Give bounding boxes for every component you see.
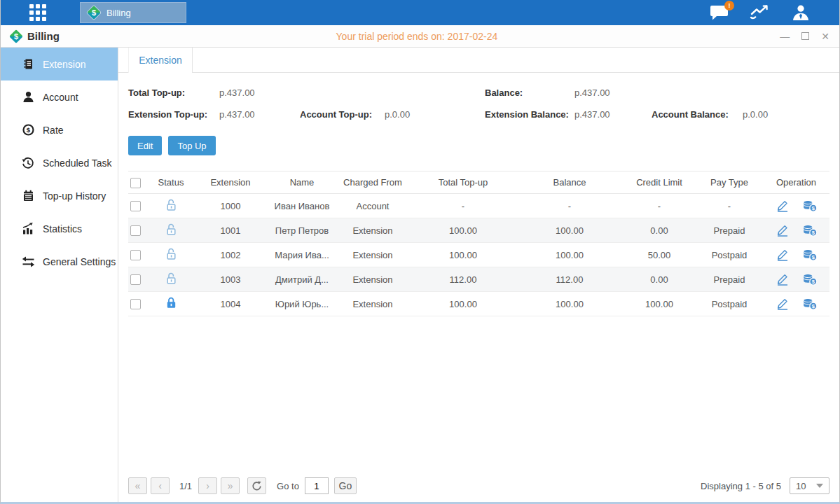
operation-cell: $ xyxy=(763,298,829,310)
titlebar: $ Billing Your trial period ends on: 201… xyxy=(1,25,839,48)
next-page-icon: › xyxy=(206,480,209,491)
refresh-button[interactable] xyxy=(247,477,266,494)
extension-topup-value: p.437.00 xyxy=(219,109,300,120)
name-cell: Дмитрий Д... xyxy=(268,274,336,285)
extension-cell: 1002 xyxy=(193,250,268,260)
navbar-right-icons: ! xyxy=(710,4,810,21)
sidebar-item-extension[interactable]: Extension xyxy=(1,48,118,80)
next-page-button[interactable]: › xyxy=(198,477,217,494)
table-row[interactable]: 1001 Петр Петров Extension 100.00 100.00… xyxy=(128,218,829,243)
status-locked-icon xyxy=(165,296,178,309)
main-panel: Extension Total Top-up: p.437.00 Extensi… xyxy=(118,48,839,502)
status-cell xyxy=(149,296,193,312)
goto-page-input[interactable] xyxy=(305,477,329,494)
total-topup-cell: 100.00 xyxy=(410,299,516,309)
col-operation: Operation xyxy=(763,177,829,188)
topup-icon[interactable]: $ xyxy=(802,224,818,237)
tab-extension[interactable]: Extension xyxy=(128,48,193,73)
go-button[interactable]: Go xyxy=(334,477,357,494)
extension-cell: 1001 xyxy=(193,225,268,236)
top-up-button[interactable]: Top Up xyxy=(168,136,215,155)
monitor-chart-icon[interactable] xyxy=(750,4,771,21)
close-icon[interactable]: ✕ xyxy=(821,31,829,41)
extension-cell: 1004 xyxy=(193,299,268,309)
navbar-tab-label: Billing xyxy=(106,8,131,18)
edit-icon[interactable] xyxy=(776,248,790,261)
topup-icon[interactable]: $ xyxy=(802,248,818,261)
extension-balance-value: p.437.00 xyxy=(574,109,652,120)
balance-value: p.437.00 xyxy=(574,88,652,98)
first-page-button[interactable]: « xyxy=(128,477,147,494)
edit-icon[interactable] xyxy=(776,200,790,212)
rate-icon: $ xyxy=(21,124,35,136)
last-page-icon: » xyxy=(228,480,233,491)
chevron-down-icon xyxy=(816,484,823,488)
row-checkbox[interactable] xyxy=(130,201,141,211)
extensions-table: Status Extension Name Charged From Total… xyxy=(128,171,829,316)
row-checkbox[interactable] xyxy=(130,250,141,260)
table-row[interactable]: 1000 Иван Иванов Account - - - - $ xyxy=(128,194,829,218)
pay-type-cell: Postpaid xyxy=(696,250,763,260)
extension-topup-label: Extension Top-up: xyxy=(128,109,219,120)
topup-icon[interactable]: $ xyxy=(802,200,818,212)
apps-grid-icon[interactable] xyxy=(29,4,47,22)
credit-limit-cell: 100.00 xyxy=(623,299,696,309)
operation-cell: $ xyxy=(763,200,829,212)
status-unlocked-icon xyxy=(165,223,178,236)
credit-limit-cell: 50.00 xyxy=(623,250,696,260)
goto-label: Go to xyxy=(277,481,299,491)
topup-icon[interactable]: $ xyxy=(802,298,818,310)
pay-type-cell: Prepaid xyxy=(696,225,763,236)
col-total-topup: Total Top-up xyxy=(410,177,516,188)
total-topup-cell: 100.00 xyxy=(410,225,516,236)
pagination-bar: « ‹ 1/1 › » Go to Go Display xyxy=(128,470,829,502)
table-header: Status Extension Name Charged From Total… xyxy=(128,171,829,194)
balance-label: Balance: xyxy=(485,88,574,98)
page-size-select[interactable]: 10 xyxy=(790,477,829,494)
col-name: Name xyxy=(268,177,336,188)
status-unlocked-icon xyxy=(165,272,178,285)
operation-cell: $ xyxy=(763,224,829,237)
sidebar-item-label: Scheduled Task xyxy=(43,158,112,169)
topup-history-icon xyxy=(21,190,35,202)
topup-icon[interactable]: $ xyxy=(802,273,818,286)
table-row[interactable]: 1004 Юрий Юрь... Extension 100.00 100.00… xyxy=(128,292,829,316)
col-charged-from: Charged From xyxy=(336,177,410,188)
action-buttons: Edit Top Up xyxy=(128,136,829,155)
row-checkbox[interactable] xyxy=(130,225,141,236)
status-cell xyxy=(149,198,193,214)
row-checkbox[interactable] xyxy=(130,274,141,285)
sidebar-item-label: General Settings xyxy=(43,256,116,267)
sidebar-item-topup-history[interactable]: Top-up History xyxy=(1,179,118,212)
sidebar-item-account[interactable]: Account xyxy=(1,80,118,113)
sidebar-item-scheduled-task[interactable]: Scheduled Task xyxy=(1,146,118,179)
extension-balance-label: Extension Balance: xyxy=(485,109,574,120)
billing-app-window: $ Billing ! xyxy=(0,0,840,504)
last-page-button[interactable]: » xyxy=(221,477,240,494)
edit-icon[interactable] xyxy=(776,224,790,237)
charged-from-cell: Extension xyxy=(336,274,410,285)
messages-icon[interactable]: ! xyxy=(710,5,729,21)
edit-icon[interactable] xyxy=(776,298,790,310)
total-topup-value: p.437.00 xyxy=(219,88,300,98)
maximize-icon[interactable] xyxy=(801,32,809,40)
total-topup-cell: - xyxy=(410,201,516,211)
minimize-icon[interactable]: — xyxy=(780,31,790,41)
table-row[interactable]: 1003 Дмитрий Д... Extension 112.00 112.0… xyxy=(128,267,829,292)
sidebar-item-general-settings[interactable]: General Settings xyxy=(1,245,118,278)
navbar-tab-billing[interactable]: $ Billing xyxy=(80,2,186,23)
sidebar-item-label: Account xyxy=(43,92,78,103)
edit-icon[interactable] xyxy=(776,273,790,286)
sidebar-item-label: Rate xyxy=(43,125,64,136)
user-icon[interactable] xyxy=(792,4,810,21)
sidebar-item-rate[interactable]: $ Rate xyxy=(1,113,118,146)
operation-cell: $ xyxy=(763,273,829,286)
edit-button[interactable]: Edit xyxy=(128,136,162,155)
sidebar-item-statistics[interactable]: Statistics xyxy=(1,212,118,245)
charged-from-cell: Extension xyxy=(336,299,410,309)
select-all-checkbox[interactable] xyxy=(130,178,141,188)
row-checkbox[interactable] xyxy=(130,299,141,309)
prev-page-button[interactable]: ‹ xyxy=(151,477,170,494)
name-cell: Иван Иванов xyxy=(268,201,336,211)
table-row[interactable]: 1002 Мария Ива... Extension 100.00 100.0… xyxy=(128,243,829,267)
